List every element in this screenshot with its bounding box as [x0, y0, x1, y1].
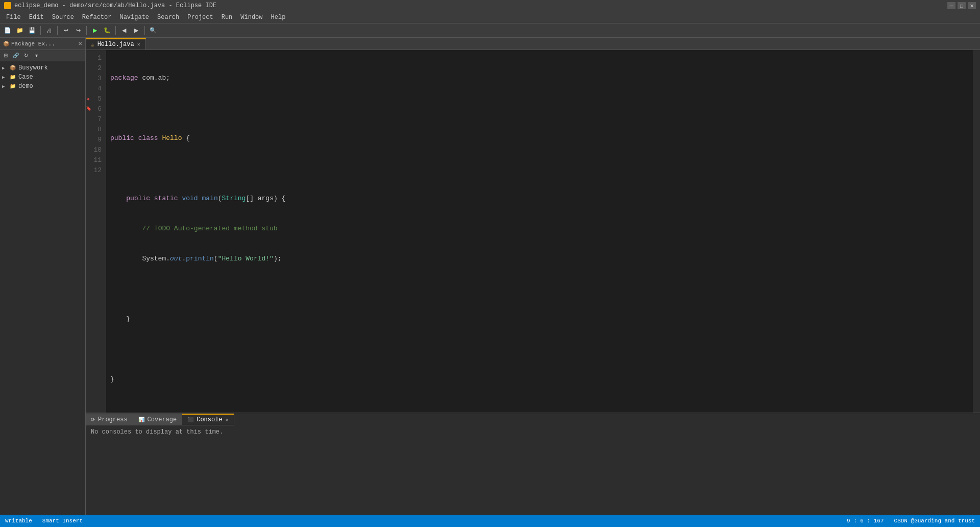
redo-button[interactable]: ↪	[72, 25, 84, 36]
open-button[interactable]: 📁	[14, 25, 26, 36]
toolbar-separator-4	[115, 26, 116, 35]
line-num-6: 6	[86, 104, 106, 114]
bottom-tab-progress[interactable]: ⟳ Progress	[86, 414, 133, 425]
bottom-panel: ⟳ Progress 📊 Coverage ⬛ Console ✕ No con…	[86, 413, 980, 515]
position-label: 9 : 6 : 167	[847, 518, 884, 524]
editor-scrollbar[interactable]	[973, 50, 980, 413]
editor-area: ☕ Hello.java ✕ 1 2 3 4 5 6 7 8 9 10 11 1…	[86, 38, 980, 515]
tree-item-label: Case	[18, 74, 33, 81]
package-icon: 📁	[9, 74, 16, 81]
status-insert-mode: Smart Insert	[42, 518, 83, 524]
window-controls: ─ □ ✕	[947, 2, 976, 9]
console-close-button[interactable]: ✕	[226, 417, 229, 423]
code-line-5: public static void main(String[] args) {	[110, 194, 969, 204]
status-position: 9 : 6 : 167	[847, 518, 884, 524]
code-line-12	[110, 404, 969, 413]
line-num-9: 9	[86, 135, 106, 145]
sidebar-refresh-button[interactable]: ↻	[21, 51, 31, 60]
run-button[interactable]: ▶	[89, 25, 101, 36]
menu-file[interactable]: File	[2, 11, 25, 23]
package-icon: 📁	[9, 83, 16, 90]
console-message: No consoles to display at this time.	[91, 428, 223, 436]
expand-arrow: ▶	[2, 75, 7, 80]
tab-icon: ☕	[91, 41, 94, 48]
console-content: No consoles to display at this time.	[86, 425, 980, 515]
code-line-8	[110, 284, 969, 294]
bottom-tabs-container: ⟳ Progress 📊 Coverage ⬛ Console ✕	[86, 413, 980, 425]
tree-item-case[interactable]: ▶ 📁 Case	[0, 73, 85, 82]
menu-bar: File Edit Source Refactor Navigate Searc…	[0, 11, 980, 23]
toolbar-separator-3	[86, 26, 87, 35]
line-num-12: 12	[86, 165, 106, 176]
menu-search[interactable]: Search	[153, 11, 183, 23]
line-num-10: 10	[86, 145, 106, 155]
menu-source[interactable]: Source	[48, 11, 78, 23]
code-line-6: // TODO Auto-generated method stub	[110, 224, 969, 234]
save-button[interactable]: 💾	[27, 25, 38, 36]
toolbar-separator-2	[57, 26, 58, 35]
forward-button[interactable]: ▶	[131, 25, 142, 36]
print-button[interactable]: 🖨	[43, 25, 55, 36]
debug-button[interactable]: 🐛	[102, 25, 113, 36]
minimize-button[interactable]: ─	[947, 2, 955, 9]
sidebar-toolbar: ⊟ 🔗 ↻ ▾	[0, 50, 85, 61]
sidebar-collapse-button[interactable]: ⊟	[1, 51, 10, 60]
menu-edit[interactable]: Edit	[25, 11, 48, 23]
expand-arrow: ▶	[2, 65, 7, 71]
sidebar-icon: 📦	[3, 41, 9, 47]
tab-close-button[interactable]: ✕	[137, 41, 140, 47]
line-num-2: 2	[86, 63, 106, 74]
line-num-4: 4	[86, 84, 106, 94]
editor-content[interactable]: 1 2 3 4 5 6 7 8 9 10 11 12 package com.a…	[86, 50, 980, 413]
undo-button[interactable]: ↩	[60, 25, 71, 36]
back-button[interactable]: ◀	[118, 25, 130, 36]
code-line-10	[110, 344, 969, 354]
code-line-4	[110, 163, 969, 174]
sidebar-menu-button[interactable]: ▾	[32, 51, 41, 60]
code-line-2	[110, 103, 969, 113]
editor-tab-hello-java[interactable]: ☕ Hello.java ✕	[86, 38, 146, 50]
bottom-tab-console[interactable]: ⬛ Console ✕	[182, 414, 234, 425]
main-layout: 📦 Package Ex... ✕ ⊟ 🔗 ↻ ▾ ▶ 📦 Busywork ▶…	[0, 38, 980, 515]
line-num-7: 7	[86, 114, 106, 125]
sidebar: 📦 Package Ex... ✕ ⊟ 🔗 ↻ ▾ ▶ 📦 Busywork ▶…	[0, 38, 86, 515]
code-line-3: public class Hello {	[110, 133, 969, 143]
status-brand: CSDN @Guarding and trust	[894, 518, 975, 524]
tree-item-busywork[interactable]: ▶ 📦 Busywork	[0, 63, 85, 73]
writable-label: Writable	[5, 518, 32, 524]
sidebar-close-button[interactable]: ✕	[78, 41, 82, 46]
close-button[interactable]: ✕	[968, 2, 976, 9]
code-line-7: System.out.println("Hello World!");	[110, 254, 969, 264]
new-button[interactable]: 📄	[2, 25, 13, 36]
progress-icon: ⟳	[91, 417, 95, 423]
insert-mode-label: Smart Insert	[42, 518, 83, 524]
sidebar-link-button[interactable]: 🔗	[11, 51, 20, 60]
tree-item-label: demo	[18, 83, 33, 90]
menu-help[interactable]: Help	[267, 11, 290, 23]
code-line-9: }	[110, 314, 969, 324]
menu-navigate[interactable]: Navigate	[115, 11, 153, 23]
tree-item-label: Busywork	[18, 64, 48, 71]
code-area[interactable]: package com.ab; public class Hello { pub…	[106, 50, 973, 413]
tree-item-demo[interactable]: ▶ 📁 demo	[0, 82, 85, 91]
status-bar: Writable Smart Insert 9 : 6 : 167 CSDN @…	[0, 515, 980, 527]
line-num-8: 8	[86, 125, 106, 135]
menu-run[interactable]: Run	[217, 11, 237, 23]
bottom-tab-progress-label: Progress	[98, 416, 128, 423]
search-button[interactable]: 🔍	[148, 25, 159, 36]
sidebar-title: Package Ex...	[11, 41, 55, 47]
menu-project[interactable]: Project	[183, 11, 217, 23]
status-writable: Writable	[5, 518, 32, 524]
package-tree: ▶ 📦 Busywork ▶ 📁 Case ▶ 📁 demo	[0, 61, 85, 515]
line-num-3: 3	[86, 74, 106, 84]
bottom-tab-coverage[interactable]: 📊 Coverage	[133, 414, 183, 425]
editor-tabs: ☕ Hello.java ✕	[86, 38, 980, 50]
console-icon: ⬛	[187, 417, 193, 423]
line-num-11: 11	[86, 155, 106, 165]
app-icon	[4, 2, 11, 9]
maximize-button[interactable]: □	[958, 2, 966, 9]
menu-refactor[interactable]: Refactor	[78, 11, 116, 23]
status-right: 9 : 6 : 167 CSDN @Guarding and trust	[847, 518, 975, 524]
code-line-1: package com.ab;	[110, 73, 969, 83]
menu-window[interactable]: Window	[236, 11, 266, 23]
